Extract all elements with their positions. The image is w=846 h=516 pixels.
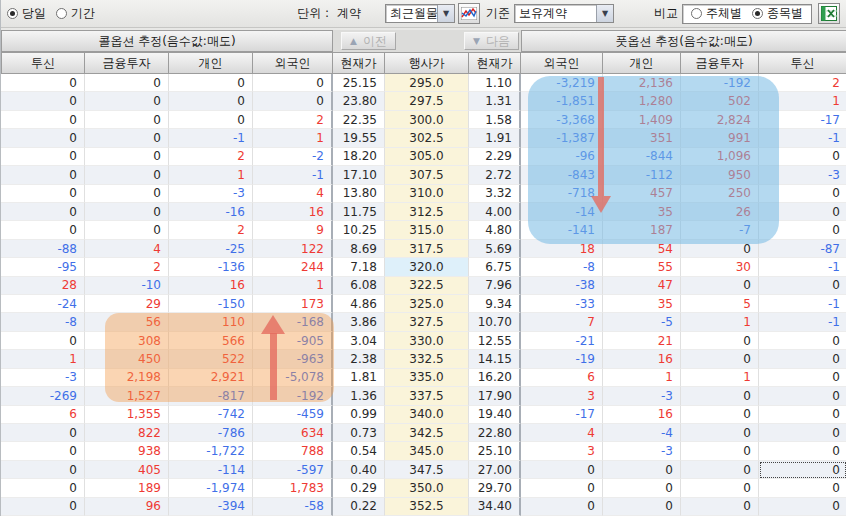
cell-call-개인[interactable]: 566 — [169, 332, 253, 350]
cell-call-투신[interactable]: 0 — [1, 479, 85, 497]
cell-put-금융투자[interactable]: -192 — [681, 74, 759, 92]
cell-put-개인[interactable]: 35 — [603, 203, 681, 221]
next-strikes-button[interactable]: ▼ 다음 — [464, 32, 519, 50]
cell-call-외국인[interactable]: -5,078 — [253, 369, 333, 387]
cell-call-개인[interactable]: 1 — [169, 166, 253, 184]
cell-strike-price[interactable]: 327.5 — [385, 313, 469, 331]
cell-put-price[interactable]: 17.90 — [469, 387, 521, 405]
cell-call-금융투자[interactable]: 0 — [85, 166, 169, 184]
cell-call-금융투자[interactable]: 0 — [85, 129, 169, 147]
cell-put-투신[interactable]: 0 — [759, 185, 846, 203]
cell-strike-price[interactable]: 335.0 — [385, 369, 469, 387]
cell-call-price[interactable]: 4.86 — [333, 295, 385, 313]
cell-call-금융투자[interactable]: 0 — [85, 148, 169, 166]
cell-put-개인[interactable]: 16 — [603, 350, 681, 368]
cell-call-투신[interactable]: -95 — [1, 258, 85, 276]
cell-call-price[interactable]: 23.80 — [333, 92, 385, 110]
chevron-down-icon[interactable]: ▼ — [596, 5, 613, 22]
cell-put-외국인[interactable]: -96 — [521, 148, 603, 166]
cell-put-투신[interactable]: 0 — [759, 479, 846, 497]
cell-strike-price[interactable]: 345.0 — [385, 442, 469, 460]
cell-put-개인[interactable]: 457 — [603, 185, 681, 203]
cell-put-외국인[interactable]: -1,387 — [521, 129, 603, 147]
cell-put-price[interactable]: 22.80 — [469, 424, 521, 442]
cell-put-금융투자[interactable]: -7 — [681, 221, 759, 239]
cell-call-외국인[interactable]: 0 — [253, 92, 333, 110]
cell-strike-price[interactable]: 320.0 — [385, 258, 469, 276]
cell-call-투신[interactable]: 0 — [1, 185, 85, 203]
cell-strike-price[interactable]: 332.5 — [385, 350, 469, 368]
cell-put-금융투자[interactable]: 0 — [681, 424, 759, 442]
cell-put-개인[interactable]: 1,280 — [603, 92, 681, 110]
cell-call-금융투자[interactable]: 0 — [85, 203, 169, 221]
cell-call-개인[interactable]: 2 — [169, 221, 253, 239]
cell-put-외국인[interactable]: 6 — [521, 369, 603, 387]
cell-call-투신[interactable]: -269 — [1, 387, 85, 405]
cell-put-외국인[interactable]: 3 — [521, 442, 603, 460]
cell-strike-price[interactable]: 337.5 — [385, 387, 469, 405]
cell-call-개인[interactable]: -25 — [169, 240, 253, 258]
cell-call-금융투자[interactable]: 1,527 — [85, 387, 169, 405]
cell-put-외국인[interactable]: -8 — [521, 258, 603, 276]
cell-put-투신[interactable]: -1 — [759, 295, 846, 313]
cell-call-투신[interactable]: 0 — [1, 332, 85, 350]
cell-call-투신[interactable]: 1 — [1, 350, 85, 368]
cell-put-개인[interactable]: 54 — [603, 240, 681, 258]
cell-call-투신[interactable]: 0 — [1, 424, 85, 442]
cell-put-투신[interactable]: 0 — [759, 387, 846, 405]
cell-put-투신[interactable]: 0 — [759, 406, 846, 424]
cell-put-price[interactable]: 6.75 — [469, 258, 521, 276]
cell-call-외국인[interactable]: -459 — [253, 406, 333, 424]
cell-call-금융투자[interactable]: 4 — [85, 240, 169, 258]
cell-put-금융투자[interactable]: 0 — [681, 350, 759, 368]
cell-call-price[interactable]: 0.99 — [333, 406, 385, 424]
cell-call-price[interactable]: 17.10 — [333, 166, 385, 184]
cell-put-price[interactable]: 34.40 — [469, 498, 521, 516]
cell-call-투신[interactable]: -3 — [1, 369, 85, 387]
cell-strike-price[interactable]: 322.5 — [385, 277, 469, 295]
cell-put-금융투자[interactable]: 26 — [681, 203, 759, 221]
cell-put-외국인[interactable]: -38 — [521, 277, 603, 295]
cell-put-금융투자[interactable]: 0 — [681, 479, 759, 497]
cell-put-투신[interactable]: 2 — [759, 74, 846, 92]
cell-put-개인[interactable]: -4 — [603, 424, 681, 442]
cell-call-외국인[interactable]: -597 — [253, 461, 333, 479]
cell-put-개인[interactable]: 351 — [603, 129, 681, 147]
cell-put-외국인[interactable]: -21 — [521, 332, 603, 350]
cell-call-금융투자[interactable]: -10 — [85, 277, 169, 295]
cell-put-투신[interactable]: -1 — [759, 313, 846, 331]
cell-call-외국인[interactable]: 788 — [253, 442, 333, 460]
cell-put-price[interactable]: 12.55 — [469, 332, 521, 350]
cell-call-외국인[interactable]: -905 — [253, 332, 333, 350]
cell-call-price[interactable]: 3.86 — [333, 313, 385, 331]
cell-call-투신[interactable]: 0 — [1, 129, 85, 147]
cell-call-개인[interactable]: -1,974 — [169, 479, 253, 497]
cell-call-외국인[interactable]: -58 — [253, 498, 333, 516]
cell-put-투신[interactable]: 0 — [759, 498, 846, 516]
cell-call-price[interactable]: 25.15 — [333, 74, 385, 92]
cell-put-개인[interactable]: 47 — [603, 277, 681, 295]
cell-put-투신[interactable]: -1 — [759, 129, 846, 147]
cell-put-투신[interactable]: 0 — [759, 350, 846, 368]
cell-put-금융투자[interactable]: 950 — [681, 166, 759, 184]
cell-put-투신[interactable]: -3 — [759, 166, 846, 184]
cell-call-외국인[interactable]: 634 — [253, 424, 333, 442]
cell-call-외국인[interactable]: 16 — [253, 203, 333, 221]
cell-put-price[interactable]: 1.31 — [469, 92, 521, 110]
cell-put-금융투자[interactable]: 0 — [681, 240, 759, 258]
cell-put-금융투자[interactable]: 0 — [681, 461, 759, 479]
cell-put-price[interactable]: 1.91 — [469, 129, 521, 147]
cell-call-price[interactable]: 11.75 — [333, 203, 385, 221]
cell-strike-price[interactable]: 352.5 — [385, 498, 469, 516]
cell-call-금융투자[interactable]: 938 — [85, 442, 169, 460]
cell-put-금융투자[interactable]: 2,824 — [681, 111, 759, 129]
chart-button[interactable] — [458, 3, 480, 24]
cell-call-price[interactable]: 0.22 — [333, 498, 385, 516]
cell-call-외국인[interactable]: -963 — [253, 350, 333, 368]
cell-strike-price[interactable]: 330.0 — [385, 332, 469, 350]
cell-put-price[interactable]: 5.69 — [469, 240, 521, 258]
cell-strike-price[interactable]: 297.5 — [385, 92, 469, 110]
cell-call-개인[interactable]: -136 — [169, 258, 253, 276]
cell-put-price[interactable]: 2.72 — [469, 166, 521, 184]
cell-put-price[interactable]: 4.00 — [469, 203, 521, 221]
